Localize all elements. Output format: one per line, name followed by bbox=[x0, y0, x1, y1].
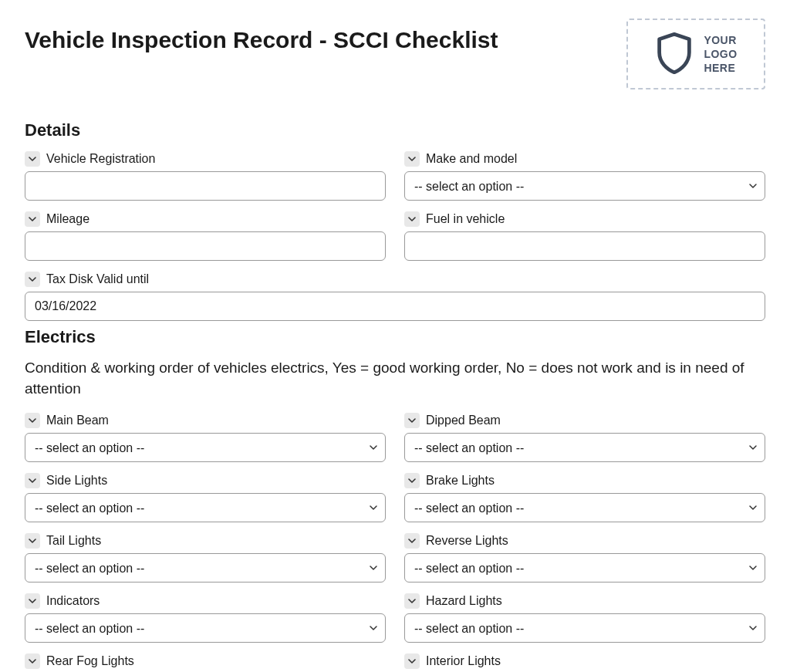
field-tax-disk: Tax Disk Valid until bbox=[25, 272, 765, 321]
collapse-toggle[interactable] bbox=[25, 473, 40, 488]
field-label: Indicators bbox=[46, 594, 100, 608]
collapse-toggle[interactable] bbox=[404, 533, 420, 549]
fuel-input[interactable] bbox=[404, 231, 765, 261]
field-main-beam: Main Beam -- select an option -- bbox=[25, 413, 386, 462]
shield-icon bbox=[654, 31, 694, 77]
chevron-down-icon bbox=[408, 474, 416, 488]
logo-placeholder: YOURLOGOHERE bbox=[626, 19, 765, 89]
field-label: Mileage bbox=[46, 212, 89, 226]
field-label: Tax Disk Valid until bbox=[46, 272, 149, 286]
collapse-toggle[interactable] bbox=[25, 211, 40, 227]
tax-disk-input[interactable] bbox=[25, 292, 765, 321]
vehicle-registration-input[interactable] bbox=[25, 171, 386, 201]
chevron-down-icon bbox=[29, 474, 36, 488]
field-mileage: Mileage bbox=[25, 211, 386, 261]
field-reverse-lights: Reverse Lights -- select an option -- bbox=[404, 533, 765, 583]
chevron-down-icon bbox=[29, 414, 36, 427]
chevron-down-icon bbox=[29, 654, 36, 668]
field-label: Vehicle Registration bbox=[46, 152, 155, 166]
section-heading-electrics: Electrics bbox=[25, 327, 765, 347]
chevron-down-icon bbox=[408, 534, 416, 548]
collapse-toggle[interactable] bbox=[25, 151, 40, 167]
field-tail-lights: Tail Lights -- select an option -- bbox=[25, 533, 386, 583]
chevron-down-icon bbox=[29, 534, 36, 548]
tail-lights-select[interactable]: -- select an option -- bbox=[25, 553, 386, 583]
section-heading-details: Details bbox=[25, 120, 765, 140]
collapse-toggle[interactable] bbox=[404, 413, 420, 428]
indicators-select[interactable]: -- select an option -- bbox=[25, 613, 386, 643]
collapse-toggle[interactable] bbox=[25, 653, 40, 669]
chevron-down-icon bbox=[408, 414, 416, 427]
chevron-down-icon bbox=[29, 272, 36, 286]
field-label: Side Lights bbox=[46, 474, 107, 488]
field-label: Fuel in vehicle bbox=[426, 212, 505, 226]
field-side-lights: Side Lights -- select an option -- bbox=[25, 473, 386, 522]
chevron-down-icon bbox=[29, 152, 36, 166]
collapse-toggle[interactable] bbox=[404, 211, 420, 227]
chevron-down-icon bbox=[29, 212, 36, 226]
field-label: Brake Lights bbox=[426, 474, 495, 488]
field-label: Make and model bbox=[426, 152, 517, 166]
page-title: Vehicle Inspection Record - SCCI Checkli… bbox=[25, 25, 498, 55]
electrics-description: Condition & working order of vehicles el… bbox=[25, 358, 765, 399]
chevron-down-icon bbox=[408, 594, 416, 608]
collapse-toggle[interactable] bbox=[404, 151, 420, 167]
chevron-down-icon bbox=[408, 152, 416, 166]
collapse-toggle[interactable] bbox=[404, 593, 420, 609]
collapse-toggle[interactable] bbox=[25, 413, 40, 428]
collapse-toggle[interactable] bbox=[25, 593, 40, 609]
field-label: Rear Fog Lights bbox=[46, 654, 134, 668]
reverse-lights-select[interactable]: -- select an option -- bbox=[404, 553, 765, 583]
make-model-select[interactable]: -- select an option -- bbox=[404, 171, 765, 201]
logo-placeholder-text: YOURLOGOHERE bbox=[704, 33, 737, 76]
field-label: Hazard Lights bbox=[426, 594, 502, 608]
field-indicators: Indicators -- select an option -- bbox=[25, 593, 386, 643]
field-hazard-lights: Hazard Lights -- select an option -- bbox=[404, 593, 765, 643]
main-beam-select[interactable]: -- select an option -- bbox=[25, 433, 386, 462]
chevron-down-icon bbox=[29, 594, 36, 608]
mileage-input[interactable] bbox=[25, 231, 386, 261]
chevron-down-icon bbox=[408, 212, 416, 226]
field-make-model: Make and model -- select an option -- bbox=[404, 151, 765, 201]
brake-lights-select[interactable]: -- select an option -- bbox=[404, 493, 765, 522]
field-vehicle-registration: Vehicle Registration bbox=[25, 151, 386, 201]
collapse-toggle[interactable] bbox=[25, 533, 40, 549]
side-lights-select[interactable]: -- select an option -- bbox=[25, 493, 386, 522]
field-brake-lights: Brake Lights -- select an option -- bbox=[404, 473, 765, 522]
field-label: Interior Lights bbox=[426, 654, 501, 668]
field-rear-fog-lights: Rear Fog Lights -- select an option -- bbox=[25, 653, 386, 672]
field-interior-lights: Interior Lights -- select an option -- bbox=[404, 653, 765, 672]
collapse-toggle[interactable] bbox=[404, 473, 420, 488]
hazard-lights-select[interactable]: -- select an option -- bbox=[404, 613, 765, 643]
collapse-toggle[interactable] bbox=[404, 653, 420, 669]
field-label: Tail Lights bbox=[46, 534, 101, 548]
field-label: Dipped Beam bbox=[426, 414, 501, 427]
field-dipped-beam: Dipped Beam -- select an option -- bbox=[404, 413, 765, 462]
collapse-toggle[interactable] bbox=[25, 272, 40, 287]
chevron-down-icon bbox=[408, 654, 416, 668]
field-label: Main Beam bbox=[46, 414, 109, 427]
dipped-beam-select[interactable]: -- select an option -- bbox=[404, 433, 765, 462]
field-label: Reverse Lights bbox=[426, 534, 508, 548]
field-fuel: Fuel in vehicle bbox=[404, 211, 765, 261]
